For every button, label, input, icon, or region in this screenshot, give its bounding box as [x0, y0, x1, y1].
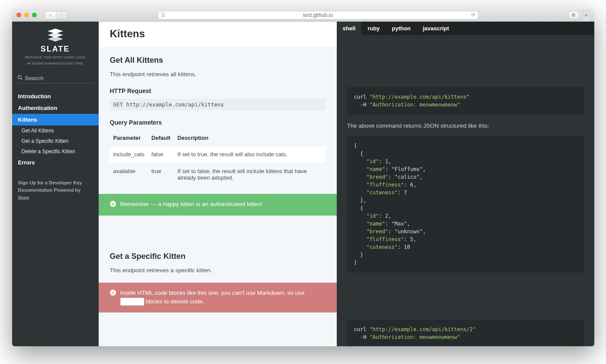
- logo-subtitle-2: IN SOURCE/IMAGES/LOGO.PNG: [16, 61, 94, 66]
- cell-desc: If set to false, the result will include…: [174, 163, 326, 186]
- section-get-specific-kitten: Get a Specific Kitten This endpoint retr…: [99, 242, 337, 283]
- code-pane[interactable]: shell ruby python javascript curl "http:…: [337, 22, 594, 346]
- logo-icon: [47, 29, 64, 42]
- sidebar-item-kittens[interactable]: Kittens: [12, 114, 99, 126]
- page-title: Kittens: [110, 28, 326, 40]
- section-get-all-kittens: Get All Kittens This endpoint retrieves …: [99, 48, 337, 194]
- sidebar-item-authentication[interactable]: Authentication: [12, 102, 99, 114]
- app: SLATE REPLACE THIS WITH YOUR LOGO IN SOU…: [12, 22, 594, 346]
- section-h2: Get a Specific Kitten: [110, 252, 326, 261]
- nav-list: Introduction Authentication Kittens Get …: [12, 90, 99, 168]
- query-params-heading: Query Parameters: [110, 119, 326, 126]
- notice-warn: Inside HTML code blocks like this one, y…: [99, 283, 337, 312]
- lang-tab-javascript[interactable]: javascript: [417, 22, 455, 35]
- section-desc: This endpoint retrieves all kittens.: [110, 70, 326, 79]
- check-circle-icon: [110, 201, 116, 209]
- sidebar-subitem-delete-specific-kitten[interactable]: Delete a Specific Kitten: [12, 146, 99, 157]
- cell-desc: If set to true, the result will also inc…: [174, 146, 326, 163]
- footer-link-signup[interactable]: Sign Up for a Developer Key: [18, 179, 93, 187]
- sidebar: SLATE REPLACE THIS WITH YOUR LOGO IN SOU…: [12, 22, 99, 346]
- code-block-json: [ { "id": 1, "name": "Fluffums", "breed"…: [347, 136, 584, 273]
- lang-tab-ruby[interactable]: ruby: [361, 22, 386, 35]
- svg-line-4: [21, 78, 22, 80]
- sidebar-subitem-get-all-kittens[interactable]: Get All Kittens: [12, 126, 99, 136]
- section-desc: This endpoint retrieves a specific kitte…: [110, 266, 326, 275]
- svg-rect-8: [113, 291, 113, 292]
- logo-subtitle-1: REPLACE THIS WITH YOUR LOGO: [16, 55, 94, 60]
- lang-selector: shell ruby python javascript: [337, 22, 594, 35]
- new-tab-button[interactable]: +: [582, 9, 590, 21]
- notice-text: Inside HTML code blocks like this one, y…: [120, 289, 326, 306]
- back-button[interactable]: ‹: [45, 11, 56, 19]
- maximize-window-button[interactable]: [32, 13, 37, 17]
- logo-name: SLATE: [16, 45, 94, 54]
- query-params-table: Parameter Default Description include_ca…: [110, 130, 326, 186]
- http-request-heading: HTTP Request: [110, 87, 326, 94]
- spacer: [99, 312, 337, 325]
- cell-default: false: [148, 146, 174, 163]
- svg-point-3: [18, 75, 21, 79]
- cell-param: available: [110, 163, 148, 186]
- code-block-curl-1: curl "http://example.com/api/kittens" -H…: [347, 87, 584, 115]
- page-title-block: Kittens: [99, 22, 337, 48]
- nav-buttons: ‹ ›: [45, 11, 68, 19]
- cell-param: include_cats: [110, 146, 148, 163]
- toolbar-right: ⧉ +: [568, 9, 590, 21]
- cell-default: true: [148, 163, 174, 186]
- svg-marker-2: [48, 36, 63, 42]
- search-wrap: [12, 71, 99, 87]
- content-pane[interactable]: Kittens Get All Kittens This endpoint re…: [99, 22, 337, 346]
- window-controls: [16, 13, 37, 17]
- url-bar[interactable]: ☰ lord.github.io ⟳: [158, 11, 478, 19]
- section-h2: Get All Kittens: [110, 56, 326, 65]
- search-icon: [17, 75, 23, 81]
- sidebar-item-errors[interactable]: Errors: [12, 157, 99, 168]
- lang-tab-python[interactable]: python: [386, 22, 416, 35]
- svg-point-5: [110, 201, 116, 207]
- close-window-button[interactable]: [16, 13, 21, 17]
- code-block-curl-2: curl "http://example.com/api/kittens/2" …: [347, 319, 584, 346]
- footer-link-powered-by[interactable]: Documentation Powered by Slate: [18, 187, 93, 202]
- table-row: available true If set to false, the resu…: [110, 163, 326, 186]
- search-box: [17, 75, 93, 84]
- forward-button[interactable]: ›: [56, 11, 68, 19]
- http-request-code: GET http://example.com/api/kittens: [110, 99, 326, 110]
- spacer: [99, 216, 337, 242]
- sidebar-item-introduction[interactable]: Introduction: [12, 90, 99, 102]
- dark-body: curl "http://example.com/api/kittens" -H…: [337, 35, 594, 346]
- notice-success: Remember — a happy kitten is an authenti…: [99, 194, 337, 216]
- lang-tab-shell[interactable]: shell: [337, 22, 362, 35]
- spacer: [347, 280, 584, 319]
- notice-text: Remember — a happy kitten is an authenti…: [120, 200, 263, 209]
- col-default: Default: [148, 130, 174, 146]
- sidebar-subitem-get-specific-kitten[interactable]: Get a Specific Kitten: [12, 136, 99, 146]
- search-input[interactable]: [25, 75, 98, 81]
- browser-toolbar: ‹ › ☰ lord.github.io ⟳ ⧉ +: [12, 9, 594, 22]
- code-caption: The above command returns JSON structure…: [347, 122, 584, 129]
- reader-icon: ☰: [161, 12, 165, 18]
- table-row: include_cats false If set to true, the r…: [110, 146, 326, 163]
- minimize-window-button[interactable]: [24, 13, 29, 17]
- info-circle-icon: [110, 290, 116, 298]
- nav-footer: Sign Up for a Developer Key Documentatio…: [12, 173, 99, 208]
- svg-rect-7: [113, 292, 113, 294]
- logo: SLATE REPLACE THIS WITH YOUR LOGO IN SOU…: [12, 22, 99, 71]
- browser-window: ‹ › ☰ lord.github.io ⟳ ⧉ +: [12, 9, 594, 346]
- url-text: lord.github.io: [303, 12, 333, 18]
- col-parameter: Parameter: [110, 130, 148, 146]
- reload-icon[interactable]: ⟳: [471, 12, 475, 18]
- code-chip: <code>: [120, 298, 144, 306]
- col-description: Description: [174, 130, 326, 146]
- tabs-overview-button[interactable]: ⧉: [568, 11, 579, 19]
